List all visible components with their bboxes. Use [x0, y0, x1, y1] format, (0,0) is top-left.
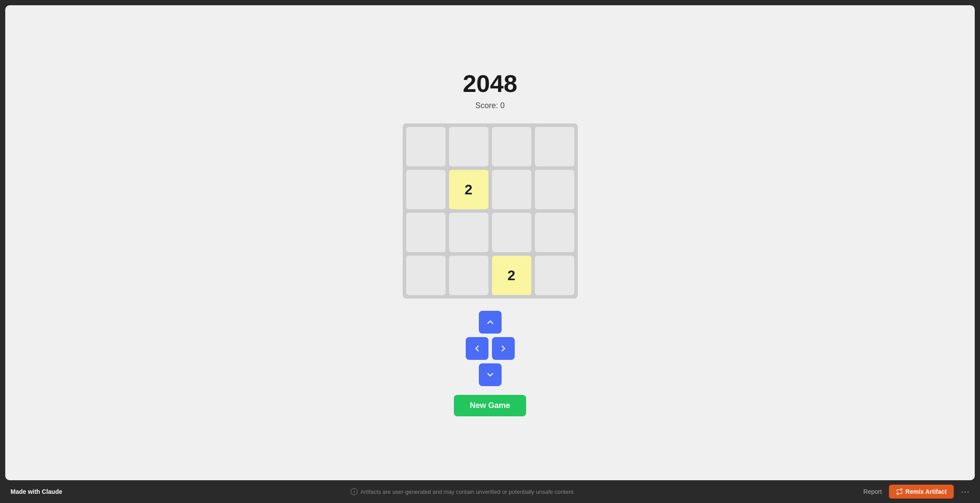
grid-cell-7: [535, 170, 574, 209]
info-icon: i: [351, 488, 358, 495]
grid-cell-15: [535, 256, 574, 295]
footer-warning-area: i Artifacts are user-generated and may c…: [351, 488, 575, 495]
grid-cell-14: 2: [492, 256, 531, 295]
grid-cell-6: [492, 170, 531, 209]
grid-cell-0: [406, 127, 446, 166]
footer-made-text: Made with: [11, 488, 42, 495]
grid-cell-4: [406, 170, 446, 209]
grid-cell-1: [449, 127, 488, 166]
footer-warning-text: Artifacts are user-generated and may con…: [360, 489, 575, 495]
remix-button[interactable]: Remix Artifact: [889, 485, 954, 499]
left-button[interactable]: [466, 337, 488, 360]
grid-cell-10: [492, 213, 531, 252]
grid-cell-2: [492, 127, 531, 166]
controls-middle-row: [466, 337, 515, 360]
score-display: Score: 0: [475, 101, 505, 110]
game-title: 2048: [463, 69, 517, 98]
controls-top-row: [479, 311, 502, 334]
game-grid: 22: [403, 123, 578, 299]
grid-cell-3: [535, 127, 574, 166]
new-game-button[interactable]: New Game: [454, 395, 526, 416]
footer-brand-text: Claude: [42, 488, 63, 495]
footer-actions: Report Remix Artifact ⋯: [864, 485, 969, 499]
report-button[interactable]: Report: [864, 488, 882, 495]
more-options-button[interactable]: ⋯: [961, 486, 969, 497]
controls-container: [466, 311, 515, 386]
grid-cell-11: [535, 213, 574, 252]
remix-icon: [896, 488, 903, 495]
remix-label: Remix Artifact: [906, 488, 947, 495]
game-frame: 2048 Score: 0 22 New Game: [5, 5, 975, 480]
grid-cell-12: [406, 256, 446, 295]
up-button[interactable]: [479, 311, 502, 334]
footer: Made with Claude i Artifacts are user-ge…: [0, 480, 980, 503]
footer-branding: Made with Claude: [11, 488, 62, 495]
down-button[interactable]: [479, 363, 502, 386]
grid-cell-5: 2: [449, 170, 488, 209]
controls-bottom-row: [479, 363, 502, 386]
right-button[interactable]: [492, 337, 515, 360]
grid-cell-9: [449, 213, 488, 252]
grid-cell-13: [449, 256, 488, 295]
grid-cell-8: [406, 213, 446, 252]
